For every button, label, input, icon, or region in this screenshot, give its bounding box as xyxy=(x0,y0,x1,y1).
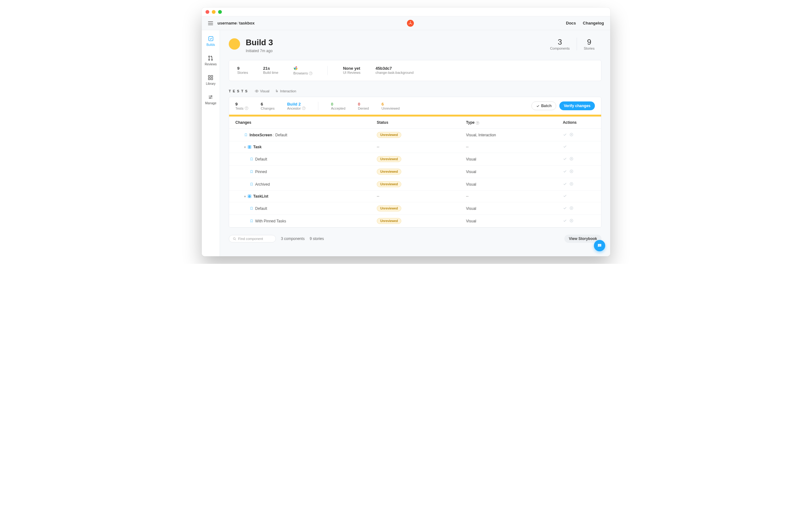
accept-icon[interactable] xyxy=(563,219,567,223)
accept-icon[interactable] xyxy=(563,157,567,161)
component-icon xyxy=(248,145,252,149)
svg-point-7 xyxy=(211,59,213,60)
minimize-window-icon[interactable] xyxy=(212,10,215,14)
help-icon[interactable]: ? xyxy=(476,121,479,125)
help-icon[interactable]: ? xyxy=(245,107,248,110)
ancestor-link[interactable]: Build 2 xyxy=(287,102,306,107)
build-status-icon xyxy=(229,38,240,50)
chevron-down-icon[interactable]: ▾ xyxy=(244,195,246,198)
filter-visual[interactable]: Visual xyxy=(255,89,269,93)
commit-link[interactable]: 45b3dc7 xyxy=(376,66,413,71)
status-badge: Unreviewed xyxy=(377,218,401,224)
table-row-group[interactable]: ▾ TaskList---- xyxy=(229,191,601,202)
breadcrumb[interactable]: username/taskbox xyxy=(218,21,255,25)
bookmark-icon xyxy=(250,170,253,173)
status-badge: Unreviewed xyxy=(377,169,401,175)
components-label: Components xyxy=(550,47,570,50)
table-row[interactable]: DefaultUnreviewedVisual xyxy=(229,153,601,165)
deny-icon[interactable] xyxy=(570,206,574,210)
sidebar-item-reviews[interactable]: Reviews xyxy=(205,55,217,66)
component-icon xyxy=(248,194,252,198)
search-input[interactable]: Find component xyxy=(229,235,276,242)
svg-point-16 xyxy=(256,91,257,92)
strip-tests-value: 9 xyxy=(235,102,248,107)
footer-stories: 9 stories xyxy=(310,237,324,241)
accept-icon[interactable] xyxy=(563,169,567,173)
deny-icon[interactable] xyxy=(570,157,574,161)
deny-icon[interactable] xyxy=(570,169,574,173)
sliders-icon xyxy=(208,94,213,100)
svg-point-5 xyxy=(209,56,210,57)
svg-rect-8 xyxy=(209,75,210,77)
table-row[interactable]: InboxScreen : DefaultUnreviewedVisual, I… xyxy=(229,129,601,141)
status-badge: Unreviewed xyxy=(377,132,401,138)
table-row[interactable]: ArchivedUnreviewedVisual xyxy=(229,178,601,191)
docs-link[interactable]: Docs xyxy=(566,21,576,25)
summary-browsers-label: Browsers xyxy=(293,71,308,75)
svg-rect-20 xyxy=(248,147,250,149)
mac-titlebar xyxy=(202,7,610,16)
build-summary-card: 9 Stories 21s Build time Browsers ? None… xyxy=(229,60,602,81)
deny-icon[interactable] xyxy=(570,182,574,186)
branch-name: change-task-background xyxy=(376,71,413,74)
svg-point-33 xyxy=(599,245,600,246)
table-row-group[interactable]: ▾ Task---- xyxy=(229,141,601,153)
maximize-window-icon[interactable] xyxy=(218,10,222,14)
accept-icon[interactable] xyxy=(563,182,567,186)
help-icon[interactable]: ? xyxy=(302,107,306,110)
accept-icon[interactable] xyxy=(563,206,567,210)
summary-uireviews-value: None yet xyxy=(343,66,360,71)
chevron-down-icon[interactable]: ▾ xyxy=(244,145,246,149)
breadcrumb-repo[interactable]: taskbox xyxy=(239,21,255,25)
svg-point-15 xyxy=(295,67,296,69)
close-window-icon[interactable] xyxy=(205,10,209,14)
batch-button[interactable]: Batch xyxy=(531,101,556,110)
svg-point-12 xyxy=(211,96,212,97)
changelog-link[interactable]: Changelog xyxy=(583,21,604,25)
pull-request-icon xyxy=(208,55,213,61)
chat-fab[interactable] xyxy=(594,240,605,251)
filter-interaction[interactable]: Interaction xyxy=(275,89,296,93)
bookmark-icon xyxy=(250,219,253,223)
verify-changes-button[interactable]: Verify changes xyxy=(559,101,595,110)
table-row[interactable]: DefaultUnreviewedVisual xyxy=(229,202,601,215)
build-subtitle: Initiated 7m ago xyxy=(246,49,273,53)
strip-unreviewed-value: 6 xyxy=(381,102,400,107)
svg-rect-26 xyxy=(250,195,251,196)
checkbox-icon xyxy=(208,36,214,41)
table-row[interactable]: With Pinned TasksUnreviewedVisual xyxy=(229,215,601,227)
svg-rect-21 xyxy=(250,147,251,149)
chat-icon xyxy=(597,243,602,248)
accept-icon[interactable] xyxy=(563,132,567,136)
sidebar-item-builds[interactable]: Builds xyxy=(206,36,215,47)
accept-icon[interactable] xyxy=(563,194,567,198)
svg-rect-19 xyxy=(250,146,251,147)
menu-icon[interactable] xyxy=(208,21,213,25)
deny-icon[interactable] xyxy=(570,132,574,136)
grid-icon xyxy=(208,75,213,81)
help-icon[interactable]: ? xyxy=(309,71,312,75)
deny-icon[interactable] xyxy=(570,219,574,223)
search-icon xyxy=(233,237,236,241)
svg-point-1 xyxy=(410,21,410,22)
check-icon xyxy=(536,104,540,108)
accept-icon[interactable] xyxy=(563,145,567,149)
svg-point-31 xyxy=(233,238,235,239)
svg-rect-28 xyxy=(250,196,251,198)
app-logo-icon[interactable] xyxy=(407,20,414,27)
breadcrumb-user[interactable]: username xyxy=(218,21,237,25)
search-placeholder: Find component xyxy=(238,237,263,241)
sidebar-item-manage[interactable]: Manage xyxy=(205,94,216,105)
svg-rect-4 xyxy=(209,36,213,41)
sidebar-item-library[interactable]: Library xyxy=(206,75,215,85)
svg-point-6 xyxy=(209,59,210,60)
table-row[interactable]: PinnedUnreviewedVisual xyxy=(229,165,601,178)
summary-buildtime-label: Build time xyxy=(263,71,278,74)
summary-uireviews-label: UI Reviews xyxy=(343,71,360,74)
summary-buildtime-value: 21s xyxy=(263,66,278,71)
eye-icon xyxy=(255,89,259,93)
svg-rect-18 xyxy=(248,146,250,147)
chrome-icon xyxy=(293,66,313,71)
status-badge: Unreviewed xyxy=(377,156,401,162)
svg-point-2 xyxy=(411,24,412,24)
